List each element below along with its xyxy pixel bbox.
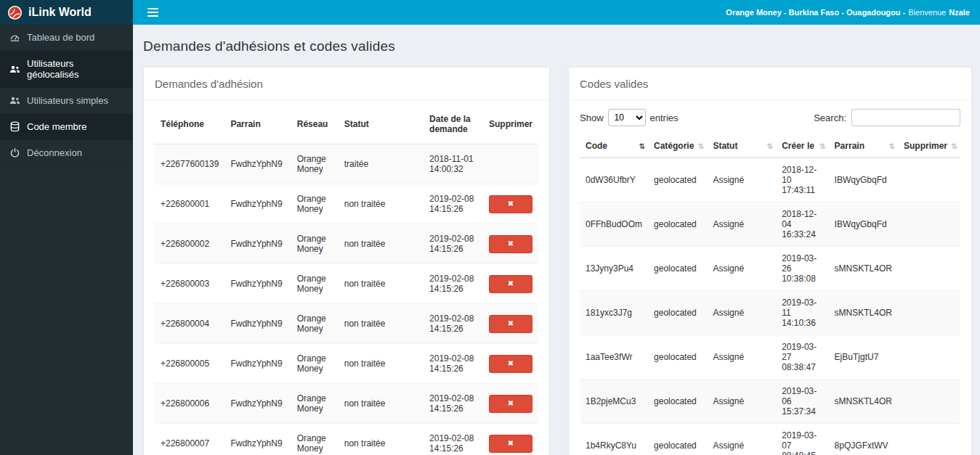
delete-cell: ✖ <box>483 424 538 455</box>
supprimer-cell <box>898 158 960 202</box>
brand: iLink World <box>0 0 133 25</box>
statut-cell: Assigné <box>707 380 776 424</box>
statut-cell: traitée <box>339 144 424 184</box>
table-row: 0dW36UfbrY geolocated Assigné 2018-12-10… <box>580 158 960 202</box>
reseau-cell: Orange Money <box>291 344 339 384</box>
date-cell: 2019-03-27 08:38:47 <box>776 335 828 380</box>
delete-icon: ✖ <box>508 440 514 447</box>
codes-panel-title: Codes valides <box>569 76 971 100</box>
column-header-sortable[interactable]: Parrain ⇅ <box>829 134 898 158</box>
adhesions-panel-title: Demandes d'adhésion <box>144 76 549 100</box>
date-cell: 2019-02-08 14:15:26 <box>424 184 483 224</box>
page-title: Demandes d'adhésions et codes valides <box>143 38 970 54</box>
username: Nzale <box>949 8 970 17</box>
statut-cell: Assigné <box>707 202 776 247</box>
parrain-cell: FwdhzYphN9 <box>224 384 291 424</box>
sort-icon: ⇅ <box>819 142 825 150</box>
search-input[interactable] <box>851 109 960 126</box>
code-cell: 13Jyny3Pu4 <box>580 247 648 291</box>
delete-cell: ✖ <box>483 264 538 304</box>
column-header-sortable[interactable]: Supprimer ⇅ <box>898 134 960 158</box>
column-header: Téléphone <box>155 104 224 144</box>
statut-cell: non traitée <box>339 184 424 224</box>
parrain-cell: FwdhzYphN9 <box>224 264 291 304</box>
sidebar-item-utilisateurs-simples[interactable]: Utilisateurs simples <box>0 88 133 114</box>
delete-icon: ✖ <box>508 280 514 287</box>
date-cell: 2019-03-07 08:48:45 <box>776 424 828 455</box>
delete-cell: ✖ <box>483 224 538 264</box>
column-header: Date de la demande <box>424 104 483 144</box>
categorie-cell: geolocated <box>648 424 707 455</box>
statut-cell: non traitée <box>339 264 424 304</box>
sidebar-item-tableau-de-bord[interactable]: Tableau de bord <box>0 25 133 51</box>
date-cell: 2019-03-06 15:37:34 <box>776 380 828 424</box>
reseau-cell: Orange Money <box>291 224 339 264</box>
phone-cell: +226800002 <box>155 224 224 264</box>
page-length-select[interactable]: 10 <box>608 109 646 126</box>
categorie-cell: geolocated <box>648 291 707 335</box>
sidebar-item-code-membre[interactable]: Code membre <box>0 114 133 140</box>
sidebar-item-label: Tableau de bord <box>27 32 94 43</box>
sidebar-item-deconnexion[interactable]: Déconnexion <box>0 140 133 166</box>
codes-header-row: Code ⇅ Catégorie ⇅ Statut <box>580 134 960 158</box>
delete-icon: ✖ <box>508 400 514 407</box>
codes-panel: Codes valides Show 10 entries Search: <box>568 67 972 455</box>
table-row: 0FFhBudOOm geolocated Assigné 2018-12-04… <box>580 202 960 247</box>
date-cell: 2019-03-11 14:10:36 <box>776 291 828 335</box>
reseau-cell: Orange Money <box>291 184 339 224</box>
reseau-cell: Orange Money <box>291 304 339 344</box>
column-header: Statut <box>339 104 424 144</box>
parrain-cell: FwdhzYphN9 <box>224 344 291 384</box>
database-icon <box>9 121 20 132</box>
column-header: Parrain <box>224 104 291 144</box>
column-header-sortable[interactable]: Code ⇅ <box>580 134 648 158</box>
categorie-cell: geolocated <box>648 247 707 291</box>
reseau-cell: Orange Money <box>291 384 339 424</box>
date-cell: 2019-02-08 14:15:26 <box>424 424 483 455</box>
statut-cell: Assigné <box>707 424 776 455</box>
phone-cell: +22677600139 <box>155 144 224 184</box>
column-header-sortable[interactable]: Créer le ⇅ <box>776 134 828 158</box>
sidebar-item-utilisateurs-geolocalises[interactable]: Utilisateurs géolocalisés <box>0 51 133 88</box>
parrain-cell: FwdhzYphN9 <box>224 144 291 184</box>
search-control: Search: <box>814 109 960 126</box>
menu-toggle-button[interactable] <box>143 5 163 20</box>
categorie-cell: geolocated <box>648 335 707 380</box>
column-header-sortable[interactable]: Catégorie ⇅ <box>648 134 707 158</box>
panels-row: Demandes d'adhésion Téléphone Parrain Ré… <box>143 67 970 455</box>
categorie-cell: geolocated <box>648 380 707 424</box>
parrain-cell: FwdhzYphN9 <box>224 184 291 224</box>
categorie-cell: geolocated <box>648 158 707 202</box>
dashboard-icon <box>9 32 20 43</box>
user-context: Orange Money - Burkina Faso - Ouagadougo… <box>726 8 905 17</box>
phone-cell: +226800005 <box>155 344 224 384</box>
delete-button[interactable]: ✖ <box>489 355 532 373</box>
delete-button[interactable]: ✖ <box>489 395 532 413</box>
statut-cell: Assigné <box>707 247 776 291</box>
table-row: +226800002 FwdhzYphN9 Orange Money non t… <box>155 224 538 264</box>
supprimer-cell <box>898 380 960 424</box>
table-row: +226800003 FwdhzYphN9 Orange Money non t… <box>155 264 538 304</box>
search-label: Search: <box>814 112 846 123</box>
column-header-sortable[interactable]: Statut ⇅ <box>707 134 776 158</box>
sidebar: Tableau de bord Utilisateurs géolocalisé… <box>0 25 133 455</box>
statut-cell: non traitée <box>339 224 424 264</box>
parrain-cell: FwdhzYphN9 <box>224 304 291 344</box>
parrain-cell: FwdhzYphN9 <box>224 224 291 264</box>
delete-button[interactable]: ✖ <box>489 235 532 253</box>
adhesions-table: Téléphone Parrain Réseau Statut Date de … <box>155 104 538 455</box>
code-cell: 1aaTee3fWr <box>580 335 648 380</box>
delete-button[interactable]: ✖ <box>489 275 532 293</box>
reseau-cell: Orange Money <box>291 424 339 455</box>
delete-button[interactable]: ✖ <box>489 435 532 453</box>
delete-button[interactable]: ✖ <box>489 195 532 213</box>
table-row: 1aaTee3fWr geolocated Assigné 2019-03-27… <box>580 335 960 380</box>
adhesions-header-row: Téléphone Parrain Réseau Statut Date de … <box>155 104 538 144</box>
table-row: +226800007 FwdhzYphN9 Orange Money non t… <box>155 424 538 455</box>
power-icon <box>9 147 20 158</box>
delete-button[interactable]: ✖ <box>489 315 532 333</box>
parrain-cell: sMNSKTL4OR <box>829 380 898 424</box>
column-header: Supprimer <box>483 104 538 144</box>
date-cell: 2019-02-08 14:15:26 <box>424 344 483 384</box>
date-cell: 2018-11-01 14:00:32 <box>424 144 483 184</box>
